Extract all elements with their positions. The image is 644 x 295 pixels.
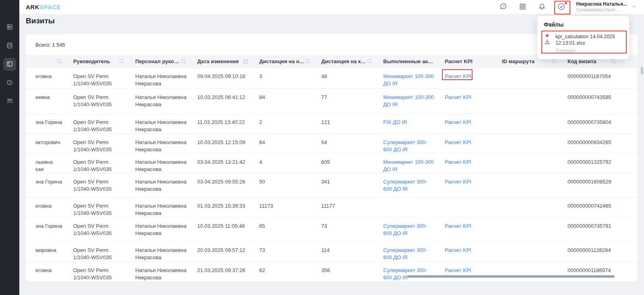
table-row: льевна кая Open SV Perm 1/1040-WSV035 На… (26, 153, 638, 173)
vertical-scrollbar-thumb[interactable] (641, 67, 643, 74)
download-icon[interactable] (544, 40, 551, 46)
notifications-button[interactable] (538, 3, 547, 12)
user-name: Некрасова Наталья... (576, 1, 627, 7)
table-row: еевна Open SV Perm 1/1040-WSV035 Наталья… (26, 89, 638, 113)
user-role: Супервайзер-Open ... (576, 7, 627, 13)
kpi-link[interactable]: Расчет KPI (440, 262, 497, 282)
cell-staff: Наталья Николаевна Некрасова (130, 242, 192, 262)
cell-dist-start: 73 (254, 242, 316, 262)
brand-ark: ARK (26, 4, 39, 10)
cell-modified: 01.03.2025 15:39:33 (192, 198, 254, 217)
cell-dist-start: 2 (254, 114, 316, 134)
cell-dist-end: 605 (316, 154, 378, 173)
cell-visit-code: 000000001608529 (563, 173, 622, 197)
col-header-kpi: Расчет KPI (440, 55, 497, 68)
svg-text:?: ? (502, 4, 504, 8)
user-menu[interactable]: Некрасова Наталья... Супервайзер-Open ..… (576, 1, 637, 13)
cell-manager: Open SV Perm 1/1040-WSV035 (68, 154, 130, 173)
cell-staff: Наталья Николаевна Некрасова (130, 154, 192, 173)
cell-route-id (497, 89, 563, 113)
search-icon[interactable] (610, 58, 616, 64)
kpi-link[interactable]: Расчет KPI (440, 89, 497, 113)
kpi-link[interactable]: Расчет KPI (440, 134, 497, 153)
chevron-down-icon (631, 4, 637, 10)
search-icon[interactable] (181, 58, 187, 64)
users-icon (6, 97, 13, 106)
cell-route-id (497, 198, 563, 217)
cell-visit-code: 000000001126284 (563, 242, 622, 262)
cell-manager: Open SV Perm 1/1040-WSV035 (68, 134, 130, 153)
cell-dist-start: 50 (254, 173, 316, 197)
kpi-link[interactable]: Расчет KPI (440, 68, 497, 89)
col-header-dist-end: Дистанция на кон... (316, 55, 378, 68)
sidebar-item-visits[interactable] (3, 58, 16, 71)
cell-name: льевна кая (26, 154, 68, 173)
cell-staff: Наталья Николаевна Некрасова (130, 134, 192, 153)
search-icon[interactable] (551, 58, 557, 64)
stack-icon (6, 23, 13, 32)
cell-manager: Open SV Perm 1/1040-WSV035 (68, 218, 130, 241)
sidebar-item-users[interactable] (3, 95, 16, 108)
activity-link[interactable]: Минимаркет 100-300 ДО IR (378, 68, 440, 89)
topbar: ARKSPACE ? Некрасова Наталья... (19, 0, 644, 14)
col-header-activities: Выполненные активн... (378, 55, 440, 68)
cell-dist-start: 4 (254, 154, 316, 173)
support-chat-button[interactable]: ? (499, 3, 508, 12)
search-icon[interactable] (305, 58, 311, 64)
kpi-link[interactable]: Расчет KPI (440, 173, 497, 197)
cell-route-id (497, 134, 563, 153)
cell-name: зна Горина (26, 114, 68, 134)
search-icon[interactable] (367, 58, 373, 64)
activity-link[interactable]: Супермаркет 300-600 ДО IR (378, 173, 440, 197)
sidebar-item-history[interactable] (3, 76, 16, 89)
cell-route-id (497, 68, 563, 89)
table-row: еговна Open SV Perm 1/1040-WSV035 Наталь… (26, 68, 638, 89)
cell-route-id (497, 173, 563, 197)
sidebar (0, 0, 19, 295)
sidebar-item-database[interactable] (3, 39, 16, 52)
cell-manager: Open SV Perm 1/1040-WSV035 (68, 242, 130, 262)
apps-grid-icon (519, 3, 526, 12)
cell-manager: Open SV Perm 1/1040-WSV035 (68, 173, 130, 197)
apps-grid-button[interactable] (518, 3, 527, 12)
activity-link[interactable]: FIX ДО IR (378, 114, 440, 134)
cell-name: мировна (26, 242, 68, 262)
cell-dist-end: 48 (316, 68, 378, 89)
cell-modified: 09.04.2025 09:10:18 (192, 68, 254, 89)
cell-modified: 03.04.2025 13:21:42 (192, 154, 254, 173)
file-item[interactable]: kpi_calculation 14.04.2025 12:13:01.xlsx… (544, 33, 623, 54)
table-row: зна Горина Open SV Perm 1/1040-WSV035 На… (26, 173, 638, 197)
files-dropdown: Файлы kpi_calculation 14.04.2025 12:13:0… (537, 16, 629, 59)
activity-link[interactable]: Супермаркет 300-600 ДО IR (378, 134, 440, 153)
check-circle-icon (557, 2, 566, 12)
files-dropdown-title: Файлы (544, 21, 623, 28)
kpi-link[interactable]: Расчет KPI (440, 218, 497, 241)
activity-link[interactable]: Супермаркет 300-600 ДО IR (378, 242, 440, 262)
cell-manager: Open SV Perm 1/1040-WSV035 (68, 262, 130, 282)
cell-visit-code: 000000000743585 (563, 89, 622, 113)
cell-visit-code: 000000001325792 (563, 154, 622, 173)
cell-staff: Наталья Николаевна Некрасова (130, 262, 192, 282)
cell-dist-end: 54 (316, 134, 378, 153)
table-row: зна Горина Open SV Perm 1/1040-WSV035 На… (26, 217, 638, 241)
activity-link[interactable]: Минимаркет 100-300 ДО IR (378, 154, 440, 173)
kpi-link[interactable]: Расчет KPI (440, 242, 497, 262)
calendar-icon[interactable] (243, 58, 249, 64)
search-icon[interactable] (119, 58, 125, 64)
cell-modified: 21.03.2025 09:37:26 (192, 262, 254, 282)
sidebar-item-stack[interactable] (3, 21, 16, 34)
kpi-link[interactable]: Расчет KPI (440, 154, 497, 173)
search-icon[interactable] (57, 58, 63, 64)
kpi-link[interactable]: Расчет KPI (440, 114, 497, 134)
table-row: мировна Open SV Perm 1/1040-WSV035 Натал… (26, 241, 638, 262)
cell-staff: Наталья Николаевна Некрасова (130, 198, 192, 217)
horizontal-scrollbar-thumb[interactable] (407, 275, 615, 278)
activity-link (378, 198, 440, 217)
activity-link[interactable]: Супермаркет 300-600 ДО IR (378, 262, 440, 282)
cell-visit-code: 000000000735804 (563, 114, 622, 134)
cell-manager: Open SV Perm 1/1040-WSV035 (68, 89, 130, 113)
activity-link[interactable]: Супермаркет 300-600 ДО IR (378, 218, 440, 241)
activity-link[interactable]: Минимаркет 100-300 ДО IR (378, 89, 440, 113)
files-status-button[interactable] (557, 3, 566, 12)
col-header-manager: Руководитель (68, 55, 130, 68)
